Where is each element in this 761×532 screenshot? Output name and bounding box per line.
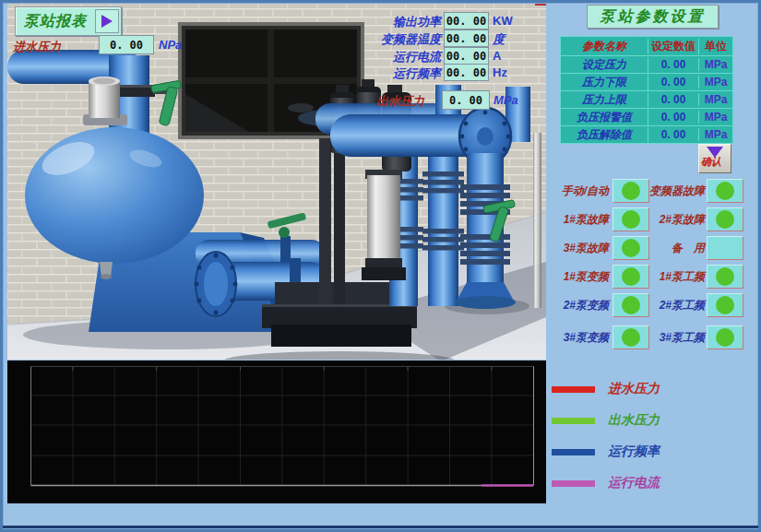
- param-name: 负压解除值: [561, 127, 648, 143]
- status-label: 手动/自动: [546, 183, 609, 199]
- status-lamp: [622, 267, 640, 286]
- legend-label: 出水压力: [608, 412, 660, 429]
- inlet-pressure-value: 0. 00: [99, 35, 154, 54]
- param-name: 负压报警值: [561, 110, 648, 125]
- legend-line-swatch: [552, 386, 595, 393]
- status-lamp: [716, 267, 734, 286]
- param-unit: MPa: [699, 93, 732, 106]
- settings-col-header: 单位: [699, 39, 732, 54]
- param-name: 压力上限: [561, 92, 648, 108]
- status-lamp-box: [707, 207, 743, 231]
- settings-col-header: 参数名称: [561, 39, 648, 54]
- status-lamp-box: [612, 236, 649, 260]
- status-lamp: [716, 296, 734, 314]
- pump-station-hmi: 泵站报表 进水压力 0. 00 NPa 输出功率 00. 00 KW 变频器温度…: [0, 0, 761, 532]
- param-set-value[interactable]: 0. 00: [648, 111, 699, 124]
- confirm-button-label: 确认: [701, 155, 721, 169]
- status-lamp: [622, 328, 640, 347]
- param-name: 压力下限: [561, 75, 648, 90]
- outlet-pressure-label: 出水压力: [376, 93, 424, 110]
- outlet-pressure-unit: MPa: [493, 93, 518, 107]
- param-unit: MPa: [699, 111, 732, 124]
- param-set-value[interactable]: 0. 00: [648, 76, 699, 89]
- status-lamp-box: [707, 265, 743, 289]
- status-label: 1#泵变频: [546, 269, 609, 285]
- status-label: 2#泵变频: [546, 298, 609, 313]
- legend-label: 运行电流: [608, 475, 660, 491]
- status-lamp: [622, 296, 640, 314]
- status-lamp-box: [612, 293, 649, 317]
- trend-chart-grid: [7, 361, 546, 503]
- settings-table-row: 负压报警值0. 00MPa: [561, 108, 732, 125]
- status-lamp: [716, 182, 734, 200]
- window-frame-bottom: [3, 526, 758, 528]
- manual-auto-toggle[interactable]: [612, 179, 649, 203]
- status-lamp-box: [707, 236, 743, 260]
- legend-line-swatch: [552, 480, 595, 487]
- status-label: 备 用: [646, 241, 705, 256]
- status-lamp-box: [707, 293, 743, 317]
- param-unit: MPa: [699, 76, 732, 89]
- running-freq-unit: Hz: [493, 65, 507, 79]
- param-set-value[interactable]: 0. 00: [648, 93, 699, 106]
- settings-table-row: 设定压力0. 00MPa: [561, 55, 732, 73]
- inverter-temp-unit: 度: [493, 31, 505, 48]
- status-label: 3#泵变频: [546, 330, 609, 346]
- running-current-unit: A: [493, 49, 501, 63]
- running-freq-value: 00. 00: [444, 64, 489, 81]
- settings-table-row: 负压解除值0. 00MPa: [561, 125, 732, 143]
- status-label: 3#泵工频: [646, 330, 705, 346]
- legend-label: 进水压力: [608, 381, 660, 397]
- outlet-pressure-value: 0. 00: [442, 90, 490, 110]
- status-lamp: [716, 210, 734, 229]
- status-lamp: [716, 328, 734, 347]
- status-lamp-box: [707, 325, 743, 349]
- output-power-label: 输出功率: [312, 14, 441, 30]
- confirm-button[interactable]: 确认: [698, 144, 731, 173]
- param-unit: MPa: [699, 128, 732, 141]
- running-current-label: 运行电流: [312, 49, 441, 65]
- running-freq-label: 运行频率: [312, 65, 441, 82]
- param-set-value[interactable]: 0. 00: [648, 128, 699, 141]
- report-button[interactable]: 泵站报表: [15, 6, 122, 36]
- status-label: 1#泵工频: [646, 269, 705, 285]
- param-name: 设定压力: [561, 57, 648, 73]
- status-label: 2#泵故障: [646, 212, 705, 228]
- right-triangle-icon: [101, 15, 113, 28]
- running-current-value: 00. 00: [444, 47, 489, 65]
- settings-table: 参数名称设定数值单位设定压力0. 00MPa压力下限0. 00MPa压力上限0.…: [560, 36, 733, 144]
- status-label: 1#泵故障: [546, 212, 609, 228]
- output-power-unit: KW: [493, 14, 513, 28]
- status-lamp: [622, 182, 640, 200]
- play-icon[interactable]: [95, 9, 119, 33]
- status-lamp-box: [612, 325, 649, 349]
- settings-panel-title: 泵站参数设置: [587, 5, 719, 29]
- status-lamp: [622, 210, 640, 229]
- inverter-temp-value: 00. 00: [444, 30, 489, 47]
- param-unit: MPa: [699, 58, 732, 71]
- report-button-label: 泵站报表: [16, 12, 95, 31]
- legend-label: 运行频率: [608, 443, 660, 460]
- settings-col-header: 设定数值: [648, 39, 699, 54]
- status-label: 变频器故障: [646, 183, 705, 199]
- inlet-pressure-label: 进水压力: [13, 39, 61, 55]
- inlet-pressure-unit: NPa: [159, 38, 182, 52]
- settings-table-row: 压力下限0. 00MPa: [561, 73, 732, 90]
- trend-chart: [7, 361, 546, 503]
- settings-table-header: 参数名称设定数值单位: [561, 37, 732, 55]
- inverter-temp-label: 变频器温度: [312, 31, 441, 48]
- status-label: 2#泵工频: [646, 298, 705, 313]
- param-set-value[interactable]: 0. 00: [648, 58, 699, 71]
- status-lamp-box: [612, 207, 649, 231]
- status-lamp-box: [707, 179, 743, 203]
- output-power-value: 00. 00: [444, 12, 489, 30]
- legend-line-swatch: [552, 449, 595, 455]
- status-lamp: [622, 239, 640, 257]
- status-lamp-box: [612, 265, 649, 289]
- status-label: 3#泵故障: [546, 241, 609, 256]
- legend-line-swatch: [552, 418, 595, 424]
- settings-table-row: 压力上限0. 00MPa: [561, 90, 732, 108]
